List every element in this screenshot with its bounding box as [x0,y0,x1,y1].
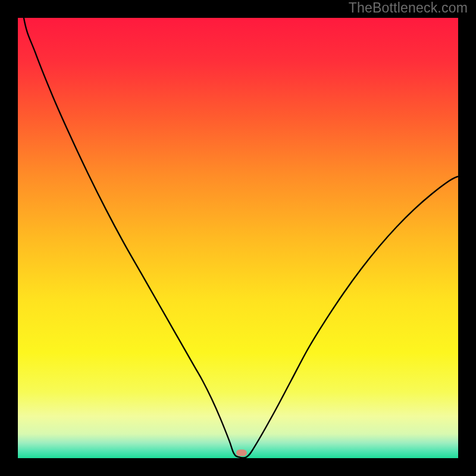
chart-frame: TheBottleneck.com [0,0,476,476]
gradient-background [18,18,458,458]
plot-area [18,18,458,458]
bottleneck-chart [18,18,458,458]
watermark-text: TheBottleneck.com [349,0,468,16]
optimal-marker [236,450,247,456]
